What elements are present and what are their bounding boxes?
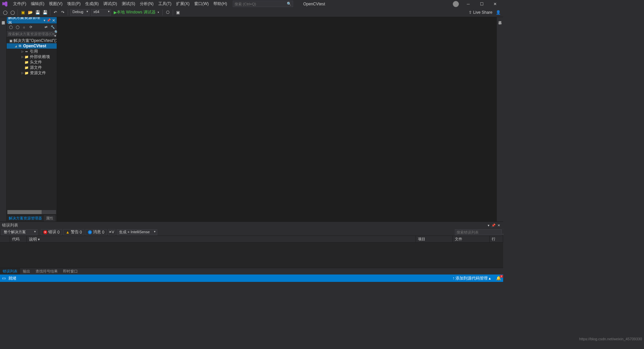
clear-filter-button[interactable]: ✕ᐯ [108, 229, 115, 235]
toolbar-btn-misc2[interactable]: ▣ [174, 9, 182, 16]
minimize-button[interactable]: ─ [462, 0, 475, 8]
menu-file[interactable]: 文件(F) [11, 0, 29, 8]
info-icon: i [88, 230, 92, 234]
expand-icon [21, 60, 24, 64]
menu-tools[interactable]: 工具(T) [156, 0, 174, 8]
menu-analyze[interactable]: 分析(N) [138, 0, 156, 8]
error-list-header: 错误列表 ▾ 📌 ✕ [0, 222, 503, 229]
redo-button[interactable]: ↷ [59, 9, 66, 16]
messages-filter[interactable]: i 消息 0 [86, 229, 107, 235]
properties-icon[interactable]: 🔧 [50, 24, 55, 30]
sources-node[interactable]: 📁 源文件 [7, 65, 57, 70]
solution-explorer-header: 解决方案资源管理器 ▾ 📌 ✕ [7, 17, 57, 24]
right-dock-tabs: 诊断工具 [496, 17, 503, 221]
menu-help[interactable]: 帮助(H) [211, 0, 229, 8]
start-debug-button[interactable]: ▶ 本地 Windows 调试器 [112, 9, 161, 16]
error-list-search[interactable]: 🔍▾ [455, 229, 502, 235]
dropdown-icon[interactable]: ▾ [44, 18, 45, 22]
solution-explorer-search[interactable]: 🔍▾ [7, 31, 57, 37]
undo-button[interactable]: ↶ [52, 9, 59, 16]
resources-node[interactable]: ▷ 📁 资源文件 [7, 70, 57, 76]
expand-icon[interactable]: ▷ [21, 71, 24, 74]
output-area-tabs: 错误列表 输出 查找符号结果 即时窗口 [0, 268, 503, 275]
search-icon: 🔍▾ [503, 228, 503, 237]
tab-output[interactable]: 输出 [20, 268, 33, 275]
horizontal-scrollbar[interactable] [7, 210, 56, 214]
forward-button[interactable]: ◯ [9, 9, 16, 16]
toolbar-btn-misc1[interactable]: ⎔ [164, 9, 171, 16]
col-project[interactable]: 项目 [416, 236, 453, 242]
solution-config-dropdown[interactable]: Debug [70, 9, 90, 16]
project-node[interactable]: ◢ ⧉ OpenCVtest [7, 43, 57, 49]
notifications-button[interactable]: 🔔 2 [496, 276, 501, 281]
col-icon[interactable] [0, 236, 10, 242]
col-file[interactable]: 文件 [453, 236, 490, 242]
expand-icon[interactable]: ▷ [21, 55, 24, 58]
diagnostics-tab[interactable]: 诊断工具 [497, 17, 503, 20]
dropdown-icon[interactable]: ▾ [488, 223, 489, 227]
sync-icon[interactable]: ⟳ [28, 24, 34, 30]
menu-project[interactable]: 项目(P) [65, 0, 83, 8]
expand-icon [21, 66, 24, 69]
references-node[interactable]: ▷ ▪▪ 引用 [7, 49, 57, 54]
col-code[interactable]: 代码 [10, 236, 27, 242]
save-button[interactable]: 💾 [34, 9, 41, 16]
folder-icon: 📁 [24, 70, 29, 75]
close-window-button[interactable]: ✕ [488, 0, 502, 8]
headers-node[interactable]: 📁 头文件 [7, 59, 57, 65]
save-all-button[interactable]: 💾 [41, 9, 49, 16]
live-share-button[interactable]: ⇪ Live Share [469, 10, 492, 15]
solution-explorer-search-input[interactable] [8, 32, 54, 36]
user-avatar[interactable] [453, 1, 459, 7]
feedback-icon[interactable]: ▭ [2, 276, 6, 281]
col-line[interactable]: 行 [490, 236, 503, 242]
errors-filter[interactable]: ✕ 错误 0 [41, 229, 62, 235]
back-icon[interactable]: ◯ [8, 24, 13, 30]
menu-debug[interactable]: 调试(D) [101, 0, 119, 8]
error-list-search-input[interactable] [457, 230, 503, 234]
back-button[interactable]: ◯ [1, 9, 9, 16]
status-bar: ▭ 就绪 ↑ 添加到源代码管理 ▴ 🔔 2 [0, 275, 503, 282]
open-file-button[interactable]: 📂 [26, 9, 34, 16]
solution-platform-dropdown[interactable]: x64 [91, 9, 111, 16]
forward-icon[interactable]: ◯ [15, 24, 20, 30]
menu-window[interactable]: 窗口(W) [192, 0, 211, 8]
pin-icon[interactable]: 📌 [491, 223, 495, 227]
close-pane-icon[interactable]: ✕ [52, 18, 55, 23]
pin-icon[interactable]: 📌 [47, 18, 51, 22]
showall-icon[interactable]: ⇄ [43, 24, 49, 30]
scope-dropdown[interactable]: 整个解决方案 [1, 229, 38, 235]
error-icon: ✕ [43, 230, 47, 234]
tab-solution-explorer[interactable]: 解决方案资源管理器 [7, 215, 44, 221]
source-dropdown[interactable]: 生成 + IntelliSense [117, 229, 157, 235]
menu-build[interactable]: 生成(B) [83, 0, 101, 8]
solution-name-titlebar: OpenCVtest [303, 2, 325, 6]
tab-properties[interactable]: 属性 [44, 215, 55, 221]
folder-icon: 📁 [24, 60, 29, 64]
tab-error-list[interactable]: 错误列表 [0, 268, 20, 275]
solution-node[interactable]: ▣ 解决方案"OpenCVtest"(1 个项目) [7, 38, 57, 43]
new-project-button[interactable]: ▣ [19, 9, 26, 16]
menu-edit[interactable]: 编辑(E) [29, 0, 47, 8]
col-desc[interactable]: 说明 ▾ [27, 236, 416, 242]
folder-icon: 📁 [24, 54, 29, 59]
maximize-button[interactable]: ☐ [475, 0, 488, 8]
add-icon: ↑ [452, 276, 454, 281]
feedback-button[interactable]: 👤 [494, 9, 502, 16]
home-icon[interactable]: ⌂ [21, 24, 27, 30]
expand-icon[interactable]: ◢ [14, 44, 17, 48]
add-source-control[interactable]: ↑ 添加到源代码管理 ▴ [452, 276, 491, 281]
menu-extensions[interactable]: 扩展(X) [174, 0, 192, 8]
server-explorer-tab[interactable]: 服务器资源管理器 [0, 17, 6, 20]
quick-launch-input[interactable] [234, 2, 287, 6]
tab-find-symbol[interactable]: 查找符号结果 [33, 268, 60, 275]
close-pane-icon[interactable]: ✕ [497, 223, 500, 227]
menu-test[interactable]: 测试(S) [119, 0, 138, 8]
tab-immediate[interactable]: 即时窗口 [60, 268, 80, 275]
quick-launch-search[interactable]: 🔍 [233, 1, 293, 7]
cpp-project-icon: ⧉ [17, 44, 22, 48]
external-deps-node[interactable]: ▷ 📁 外部依赖项 [7, 54, 57, 59]
menu-view[interactable]: 视图(V) [47, 0, 65, 8]
warnings-filter[interactable]: ▲ 警告 0 [63, 229, 85, 235]
expand-icon[interactable]: ▷ [21, 50, 24, 53]
